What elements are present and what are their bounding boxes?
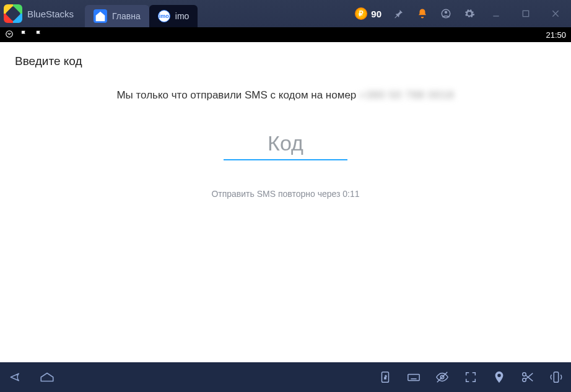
flag-icon xyxy=(20,30,28,40)
imo-status-icon xyxy=(5,30,14,40)
minimize-button[interactable] xyxy=(487,4,505,23)
back-button[interactable] xyxy=(7,368,25,386)
shake-icon[interactable] xyxy=(549,370,564,385)
fullscreen-icon[interactable] xyxy=(463,370,478,385)
keyboard-icon[interactable] xyxy=(406,370,421,385)
sms-sent-message: Мы только что отправили SMS с кодом на н… xyxy=(0,89,571,102)
code-input-wrap xyxy=(224,131,347,160)
title-bar-right: ₽ 90 xyxy=(355,4,571,23)
svg-rect-8 xyxy=(384,377,386,380)
location-icon[interactable] xyxy=(492,370,507,385)
bluestacks-logo-icon xyxy=(4,4,22,23)
page-title: Введите код xyxy=(0,42,571,76)
resend-prefix: Отправить SMS повторно через xyxy=(211,189,342,199)
android-nav-bar xyxy=(0,362,571,392)
coin-balance[interactable]: ₽ 90 xyxy=(355,7,381,20)
maximize-button[interactable] xyxy=(517,4,535,23)
pin-icon[interactable] xyxy=(393,7,405,20)
close-button[interactable] xyxy=(546,4,565,23)
tab-imo-label: imo xyxy=(175,11,190,21)
code-input[interactable] xyxy=(224,131,347,160)
resend-countdown: Отправить SMS повторно через 0:11 xyxy=(0,189,571,199)
tab-home[interactable]: Главна xyxy=(85,5,149,27)
resend-timer: 0:11 xyxy=(342,189,359,199)
app-content: Введите код Мы только что отправили SMS … xyxy=(0,42,571,362)
phone-number-masked: +380 50 788 0018 xyxy=(359,89,455,101)
tab-home-label: Главна xyxy=(112,11,141,21)
svg-rect-3 xyxy=(523,11,528,16)
gear-icon[interactable] xyxy=(463,7,476,20)
svg-rect-22 xyxy=(554,372,558,383)
home-icon xyxy=(94,9,107,23)
scissors-icon[interactable] xyxy=(520,370,535,385)
bell-icon[interactable] xyxy=(416,7,429,20)
svg-rect-9 xyxy=(408,374,419,380)
bluestacks-title-bar: BlueStacks Главна imo imo ₽ 90 xyxy=(0,0,571,27)
coin-count: 90 xyxy=(371,9,381,19)
home-button[interactable] xyxy=(38,368,56,386)
app-name-label: BlueStacks xyxy=(27,9,74,19)
flag-icon-2 xyxy=(35,30,43,40)
svg-point-1 xyxy=(445,11,448,14)
status-time: 21:50 xyxy=(546,30,566,40)
coin-icon: ₽ xyxy=(355,7,367,20)
visibility-off-icon[interactable] xyxy=(435,370,450,385)
sms-message-text: Мы только что отправили SMS с кодом на н… xyxy=(116,89,356,101)
imo-icon: imo xyxy=(158,10,170,22)
android-status-bar: 21:50 xyxy=(0,27,571,42)
tab-imo[interactable]: imo imo xyxy=(149,5,198,27)
account-icon[interactable] xyxy=(440,7,452,20)
rotation-lock-icon[interactable] xyxy=(378,370,393,385)
